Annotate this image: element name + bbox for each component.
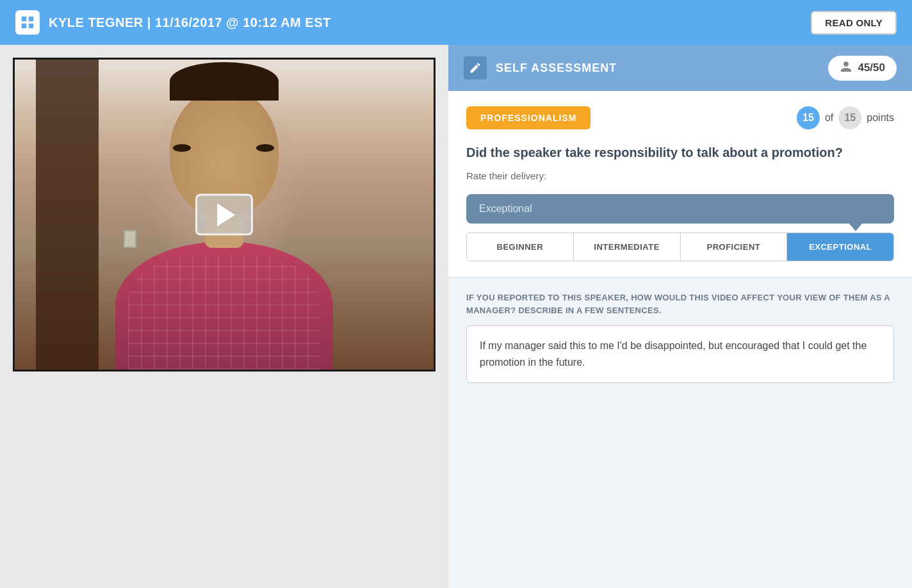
category-badge: PROFESSIONALISM — [466, 106, 590, 129]
lower-section: IF YOU REPORTED TO THIS SPEAKER, HOW WOU… — [448, 277, 912, 588]
header-left: KYLE TEGNER | 11/16/2017 @ 10:12 AM EST — [15, 10, 331, 35]
points-display: 15 of 15 points — [797, 106, 894, 129]
svg-rect-0 — [21, 16, 27, 22]
rating-beginner[interactable]: BEGINNER — [467, 233, 574, 261]
points-of-text: of — [825, 112, 833, 124]
rating-intermediate[interactable]: INTERMEDIATE — [574, 233, 681, 261]
pencil-icon — [464, 56, 487, 79]
app-header: KYLE TEGNER | 11/16/2017 @ 10:12 AM EST … — [0, 0, 912, 45]
header-title: KYLE TEGNER | 11/16/2017 @ 10:12 AM EST — [49, 15, 331, 30]
read-only-button[interactable]: READ ONLY — [811, 11, 897, 35]
main-content: SELF ASSESSMENT 45/50 PROFESSIONALISM 15… — [0, 45, 912, 588]
video-container — [13, 58, 436, 372]
points-label: points — [867, 112, 894, 124]
assessment-header: SELF ASSESSMENT 45/50 — [448, 45, 912, 91]
assessment-header-left: SELF ASSESSMENT — [464, 56, 617, 79]
score-badge: 45/50 — [828, 56, 897, 81]
svg-rect-2 — [21, 23, 27, 29]
score-value: 45/50 — [858, 61, 885, 74]
person-icon — [840, 60, 852, 76]
rating-exceptional[interactable]: EXCEPTIONAL — [787, 233, 893, 261]
play-icon — [217, 203, 235, 226]
svg-rect-1 — [28, 16, 34, 22]
rating-buttons: BEGINNER INTERMEDIATE PROFICIENT EXCEPTI… — [466, 233, 894, 261]
question-text: Did the speaker take responsibility to t… — [466, 143, 894, 161]
response-text: If my manager said this to me I'd be dis… — [466, 325, 894, 383]
points-max: 15 — [838, 106, 861, 129]
video-panel — [0, 45, 448, 588]
rate-label: Rate their delivery: — [466, 170, 894, 181]
door-element — [36, 60, 99, 370]
assessment-content: PROFESSIONALISM 15 of 15 points Did the … — [448, 91, 912, 277]
category-row: PROFESSIONALISM 15 of 15 points — [466, 106, 894, 129]
video-play-button[interactable] — [195, 194, 253, 236]
app-icon — [15, 10, 40, 35]
rating-proficient[interactable]: PROFICIENT — [681, 233, 788, 261]
assessment-title: SELF ASSESSMENT — [496, 61, 617, 75]
points-earned: 15 — [797, 106, 820, 129]
assessment-panel: SELF ASSESSMENT 45/50 PROFESSIONALISM 15… — [448, 45, 912, 588]
prompt-text: IF YOU REPORTED TO THIS SPEAKER, HOW WOU… — [466, 291, 894, 316]
rating-tooltip: Exceptional — [466, 194, 894, 224]
svg-rect-3 — [28, 23, 34, 29]
